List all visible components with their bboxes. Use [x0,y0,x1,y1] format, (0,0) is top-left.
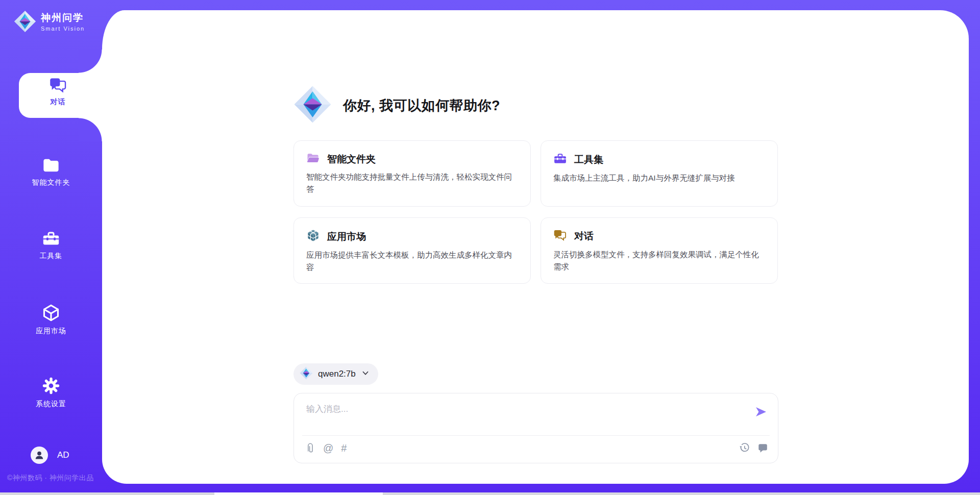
sidebar-item-label: 智能文件夹 [0,178,102,187]
sidebar-item-toolbox[interactable]: 工具集 [0,230,102,261]
sidebar: 神州问学 Smart Vision 对话 智能文件夹 [0,0,102,495]
brand-name: 神州问学 [41,12,84,23]
card-title: 工具集 [574,153,603,166]
sidebar-footer: ©神州数码 · 神州问学出品 [7,474,94,483]
model-selector[interactable]: qwen2:7b [293,363,378,385]
at-icon[interactable]: @ [323,442,333,454]
person-icon [34,450,45,461]
tab-fillet-top [79,50,102,73]
message-input[interactable] [305,404,726,415]
history-icon[interactable] [739,442,750,454]
greeting: 你好, 我可以如何帮助你? [293,85,500,126]
main-panel: 你好, 我可以如何帮助你? 智能文件夹 智能文件夹功能支持批量文件上传与清洗，轻… [102,10,969,484]
sidebar-item-app-market[interactable]: 应用市场 [0,304,102,336]
model-logo-icon [300,366,313,382]
card-toolbox[interactable]: 工具集 集成市场上主流工具，助力AI与外界无缝扩展与对接 [541,140,778,207]
sidebar-item-chat-active[interactable]: 对话 [19,73,102,118]
card-title: 应用市场 [327,230,366,243]
brand-diamond-icon [14,10,36,35]
card-chat[interactable]: 对话 灵活切换多模型文件，支持多样回复效果调试，满足个性化需求 [541,217,778,284]
sidebar-item-settings[interactable]: 系统设置 [0,377,102,409]
card-description: 智能文件夹功能支持批量文件上传与清洗，轻松实现文件问答 [306,171,518,195]
hash-icon[interactable]: # [341,442,347,454]
card-description: 应用市场提供丰富长文本模板，助力高效生成多样化文章内容 [306,249,518,274]
sidebar-item-label: 应用市场 [0,327,102,336]
brand-subtitle: Smart Vision [41,26,85,32]
user-name: AD [57,450,69,460]
card-smart-folder[interactable]: 智能文件夹 智能文件夹功能支持批量文件上传与清洗，轻松实现文件问答 [293,140,531,207]
horizontal-scrollbar[interactable] [0,492,980,495]
grid-cube-icon [306,229,320,244]
composer-divider [302,435,770,436]
send-button[interactable] [754,406,768,419]
chat-bubbles-icon [54,87,67,95]
chevron-down-icon [361,368,370,380]
sidebar-item-label: 系统设置 [0,400,102,409]
card-title: 对话 [574,230,594,243]
toolbox-icon [42,240,60,249]
chat-bubbles-icon [553,229,567,244]
greeting-title: 你好, 我可以如何帮助你? [343,96,500,115]
scrollbar-thumb[interactable] [214,492,383,495]
card-title: 智能文件夹 [327,153,376,166]
model-name: qwen2:7b [318,369,356,379]
briefcase-icon [553,152,567,167]
user-account[interactable]: AD [31,447,69,464]
folder-icon [42,166,60,175]
paperclip-icon[interactable] [304,442,315,454]
send-icon [755,406,767,418]
card-description: 集成市场上主流工具，助力AI与外界无缝扩展与对接 [553,172,765,184]
folder-open-icon [306,152,320,166]
chat-filled-icon[interactable] [757,442,769,454]
card-app-market[interactable]: 应用市场 应用市场提供丰富长文本模板，助力高效生成多样化文章内容 [293,217,531,284]
gear-icon [42,388,60,397]
brand: 神州问学 Smart Vision [14,10,102,35]
card-description: 灵活切换多模型文件，支持多样回复效果调试，满足个性化需求 [553,249,765,273]
sidebar-item-smart-folder[interactable]: 智能文件夹 [0,157,102,187]
feature-cards: 智能文件夹 智能文件夹功能支持批量文件上传与清洗，轻松实现文件问答 [293,140,778,284]
message-composer: @ # [293,393,778,463]
brand-diamond-icon [293,85,332,126]
cube-icon [42,315,60,324]
tab-fillet-bottom [79,118,102,141]
sidebar-item-label: 对话 [14,97,102,107]
sidebar-item-label: 工具集 [0,252,102,261]
avatar [31,447,48,464]
